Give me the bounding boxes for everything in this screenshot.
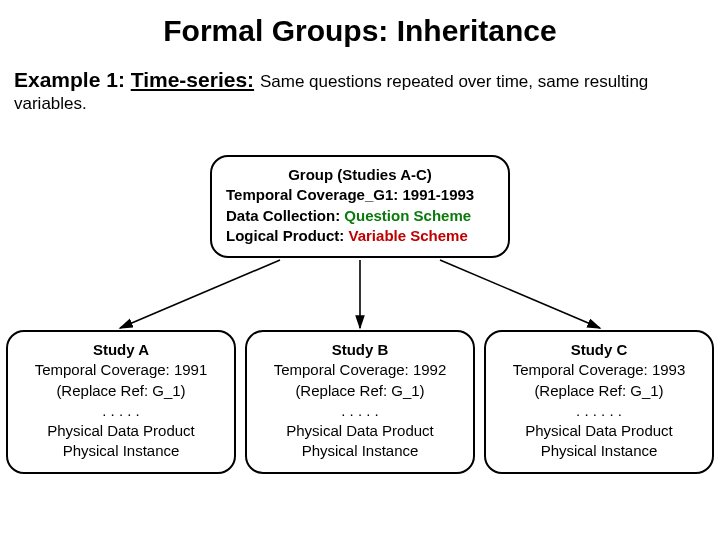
study-c-replace: (Replace Ref: G_1) bbox=[492, 381, 706, 401]
study-c-pdp: Physical Data Product bbox=[492, 421, 706, 441]
study-b-dots: . . . . . bbox=[253, 401, 467, 421]
group-lp-value: Variable Scheme bbox=[349, 227, 468, 244]
example-lead-prefix: Example 1: bbox=[14, 68, 131, 91]
group-header: Group (Studies A-C) bbox=[226, 165, 494, 185]
study-a-replace: (Replace Ref: G_1) bbox=[14, 381, 228, 401]
study-c-name: Study C bbox=[492, 340, 706, 360]
group-dc-value: Question Scheme bbox=[344, 207, 471, 224]
study-c-pi: Physical Instance bbox=[492, 441, 706, 461]
svg-line-0 bbox=[120, 260, 280, 328]
group-temporal-label: Temporal Coverage_G1: bbox=[226, 186, 398, 203]
study-a-name: Study A bbox=[14, 340, 228, 360]
group-dc-label: Data Collection: bbox=[226, 207, 344, 224]
study-b-coverage: Temporal Coverage: 1992 bbox=[253, 360, 467, 380]
group-line-datacollection: Data Collection: Question Scheme bbox=[226, 206, 494, 226]
study-c-dots: . . . . . . bbox=[492, 401, 706, 421]
page-title: Formal Groups: Inheritance bbox=[0, 14, 720, 48]
study-b-pi: Physical Instance bbox=[253, 441, 467, 461]
study-b-pdp: Physical Data Product bbox=[253, 421, 467, 441]
study-c-coverage: Temporal Coverage: 1993 bbox=[492, 360, 706, 380]
group-node: Group (Studies A-C) Temporal Coverage_G1… bbox=[210, 155, 510, 258]
study-b-replace: (Replace Ref: G_1) bbox=[253, 381, 467, 401]
example-text: Example 1: Time-series: Same questions r… bbox=[14, 66, 706, 115]
study-node-c: Study C Temporal Coverage: 1993 (Replace… bbox=[484, 330, 714, 474]
example-lead-underline: Time-series: bbox=[131, 68, 254, 91]
group-line-temporal: Temporal Coverage_G1: 1991-1993 bbox=[226, 185, 494, 205]
study-node-a: Study A Temporal Coverage: 1991 (Replace… bbox=[6, 330, 236, 474]
svg-line-2 bbox=[440, 260, 600, 328]
studies-row: Study A Temporal Coverage: 1991 (Replace… bbox=[0, 330, 720, 474]
study-b-name: Study B bbox=[253, 340, 467, 360]
group-lp-label: Logical Product: bbox=[226, 227, 349, 244]
study-a-coverage: Temporal Coverage: 1991 bbox=[14, 360, 228, 380]
study-node-b: Study B Temporal Coverage: 1992 (Replace… bbox=[245, 330, 475, 474]
study-a-pi: Physical Instance bbox=[14, 441, 228, 461]
group-temporal-value: 1991-1993 bbox=[402, 186, 474, 203]
study-a-dots: . . . . . bbox=[14, 401, 228, 421]
study-a-pdp: Physical Data Product bbox=[14, 421, 228, 441]
group-line-logicalproduct: Logical Product: Variable Scheme bbox=[226, 226, 494, 246]
